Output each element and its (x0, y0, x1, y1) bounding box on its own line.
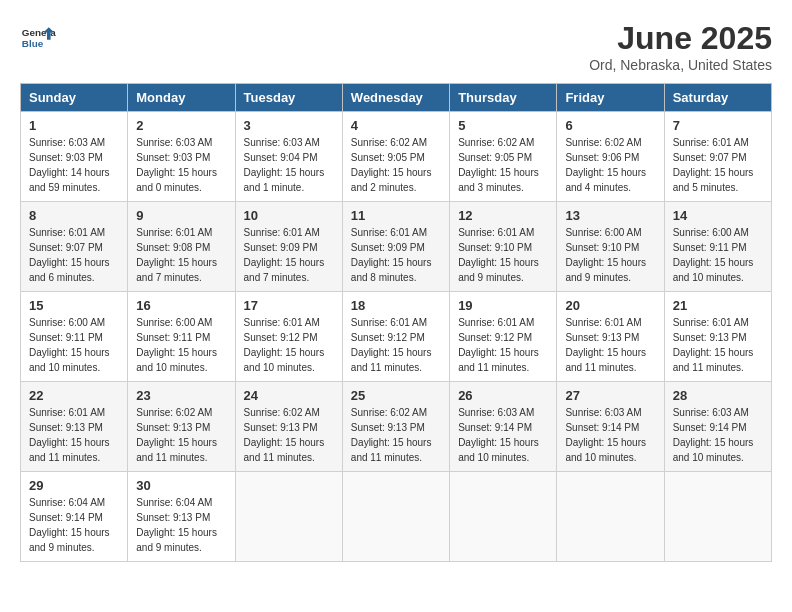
calendar-cell: 27 Sunrise: 6:03 AM Sunset: 9:14 PM Dayl… (557, 382, 664, 472)
calendar-row: 29 Sunrise: 6:04 AM Sunset: 9:14 PM Dayl… (21, 472, 772, 562)
day-number: 2 (136, 118, 226, 133)
calendar-row: 15 Sunrise: 6:00 AM Sunset: 9:11 PM Dayl… (21, 292, 772, 382)
day-info: Sunrise: 6:03 AM Sunset: 9:03 PM Dayligh… (136, 137, 217, 193)
day-number: 15 (29, 298, 119, 313)
day-info: Sunrise: 6:00 AM Sunset: 9:10 PM Dayligh… (565, 227, 646, 283)
day-number: 24 (244, 388, 334, 403)
month-title: June 2025 (589, 20, 772, 57)
day-info: Sunrise: 6:03 AM Sunset: 9:04 PM Dayligh… (244, 137, 325, 193)
day-number: 19 (458, 298, 548, 313)
day-number: 14 (673, 208, 763, 223)
day-number: 3 (244, 118, 334, 133)
day-info: Sunrise: 6:01 AM Sunset: 9:13 PM Dayligh… (565, 317, 646, 373)
calendar-cell: 28 Sunrise: 6:03 AM Sunset: 9:14 PM Dayl… (664, 382, 771, 472)
calendar-cell: 16 Sunrise: 6:00 AM Sunset: 9:11 PM Dayl… (128, 292, 235, 382)
col-saturday: Saturday (664, 84, 771, 112)
day-info: Sunrise: 6:01 AM Sunset: 9:07 PM Dayligh… (29, 227, 110, 283)
col-wednesday: Wednesday (342, 84, 449, 112)
day-info: Sunrise: 6:02 AM Sunset: 9:05 PM Dayligh… (458, 137, 539, 193)
calendar-table: Sunday Monday Tuesday Wednesday Thursday… (20, 83, 772, 562)
calendar-cell: 10 Sunrise: 6:01 AM Sunset: 9:09 PM Dayl… (235, 202, 342, 292)
day-info: Sunrise: 6:04 AM Sunset: 9:14 PM Dayligh… (29, 497, 110, 553)
logo: General Blue (20, 20, 56, 56)
day-number: 25 (351, 388, 441, 403)
calendar-cell: 7 Sunrise: 6:01 AM Sunset: 9:07 PM Dayli… (664, 112, 771, 202)
calendar-cell: 8 Sunrise: 6:01 AM Sunset: 9:07 PM Dayli… (21, 202, 128, 292)
day-info: Sunrise: 6:01 AM Sunset: 9:10 PM Dayligh… (458, 227, 539, 283)
calendar-cell: 2 Sunrise: 6:03 AM Sunset: 9:03 PM Dayli… (128, 112, 235, 202)
calendar-cell (664, 472, 771, 562)
day-number: 26 (458, 388, 548, 403)
day-info: Sunrise: 6:04 AM Sunset: 9:13 PM Dayligh… (136, 497, 217, 553)
calendar-cell: 11 Sunrise: 6:01 AM Sunset: 9:09 PM Dayl… (342, 202, 449, 292)
day-number: 7 (673, 118, 763, 133)
day-info: Sunrise: 6:01 AM Sunset: 9:09 PM Dayligh… (351, 227, 432, 283)
calendar-cell: 20 Sunrise: 6:01 AM Sunset: 9:13 PM Dayl… (557, 292, 664, 382)
day-info: Sunrise: 6:01 AM Sunset: 9:09 PM Dayligh… (244, 227, 325, 283)
day-number: 30 (136, 478, 226, 493)
day-info: Sunrise: 6:01 AM Sunset: 9:13 PM Dayligh… (673, 317, 754, 373)
day-info: Sunrise: 6:01 AM Sunset: 9:07 PM Dayligh… (673, 137, 754, 193)
col-sunday: Sunday (21, 84, 128, 112)
day-number: 8 (29, 208, 119, 223)
calendar-cell (342, 472, 449, 562)
day-info: Sunrise: 6:02 AM Sunset: 9:13 PM Dayligh… (136, 407, 217, 463)
day-number: 27 (565, 388, 655, 403)
calendar-row: 8 Sunrise: 6:01 AM Sunset: 9:07 PM Dayli… (21, 202, 772, 292)
day-info: Sunrise: 6:03 AM Sunset: 9:14 PM Dayligh… (565, 407, 646, 463)
svg-text:Blue: Blue (22, 38, 44, 49)
logo-icon: General Blue (20, 20, 56, 56)
location: Ord, Nebraska, United States (589, 57, 772, 73)
day-number: 6 (565, 118, 655, 133)
day-number: 18 (351, 298, 441, 313)
calendar-cell: 17 Sunrise: 6:01 AM Sunset: 9:12 PM Dayl… (235, 292, 342, 382)
day-number: 1 (29, 118, 119, 133)
calendar-cell: 21 Sunrise: 6:01 AM Sunset: 9:13 PM Dayl… (664, 292, 771, 382)
calendar-cell: 13 Sunrise: 6:00 AM Sunset: 9:10 PM Dayl… (557, 202, 664, 292)
calendar-cell: 23 Sunrise: 6:02 AM Sunset: 9:13 PM Dayl… (128, 382, 235, 472)
calendar-header-row: Sunday Monday Tuesday Wednesday Thursday… (21, 84, 772, 112)
day-info: Sunrise: 6:01 AM Sunset: 9:13 PM Dayligh… (29, 407, 110, 463)
calendar-cell: 15 Sunrise: 6:00 AM Sunset: 9:11 PM Dayl… (21, 292, 128, 382)
day-number: 11 (351, 208, 441, 223)
day-number: 13 (565, 208, 655, 223)
calendar-cell: 18 Sunrise: 6:01 AM Sunset: 9:12 PM Dayl… (342, 292, 449, 382)
calendar-cell: 25 Sunrise: 6:02 AM Sunset: 9:13 PM Dayl… (342, 382, 449, 472)
col-friday: Friday (557, 84, 664, 112)
col-thursday: Thursday (450, 84, 557, 112)
day-info: Sunrise: 6:01 AM Sunset: 9:12 PM Dayligh… (458, 317, 539, 373)
calendar-cell: 14 Sunrise: 6:00 AM Sunset: 9:11 PM Dayl… (664, 202, 771, 292)
calendar-cell (235, 472, 342, 562)
day-number: 20 (565, 298, 655, 313)
day-info: Sunrise: 6:00 AM Sunset: 9:11 PM Dayligh… (136, 317, 217, 373)
svg-text:General: General (22, 27, 56, 38)
calendar-cell: 5 Sunrise: 6:02 AM Sunset: 9:05 PM Dayli… (450, 112, 557, 202)
calendar-cell: 4 Sunrise: 6:02 AM Sunset: 9:05 PM Dayli… (342, 112, 449, 202)
day-number: 9 (136, 208, 226, 223)
day-number: 12 (458, 208, 548, 223)
day-info: Sunrise: 6:01 AM Sunset: 9:12 PM Dayligh… (351, 317, 432, 373)
day-number: 16 (136, 298, 226, 313)
calendar-cell: 22 Sunrise: 6:01 AM Sunset: 9:13 PM Dayl… (21, 382, 128, 472)
day-info: Sunrise: 6:02 AM Sunset: 9:06 PM Dayligh… (565, 137, 646, 193)
day-info: Sunrise: 6:00 AM Sunset: 9:11 PM Dayligh… (673, 227, 754, 283)
calendar-cell: 26 Sunrise: 6:03 AM Sunset: 9:14 PM Dayl… (450, 382, 557, 472)
day-info: Sunrise: 6:01 AM Sunset: 9:12 PM Dayligh… (244, 317, 325, 373)
day-info: Sunrise: 6:02 AM Sunset: 9:13 PM Dayligh… (244, 407, 325, 463)
calendar-cell: 1 Sunrise: 6:03 AM Sunset: 9:03 PM Dayli… (21, 112, 128, 202)
header: General Blue June 2025 Ord, Nebraska, Un… (20, 20, 772, 73)
calendar-cell (450, 472, 557, 562)
day-info: Sunrise: 6:02 AM Sunset: 9:13 PM Dayligh… (351, 407, 432, 463)
calendar-cell: 12 Sunrise: 6:01 AM Sunset: 9:10 PM Dayl… (450, 202, 557, 292)
day-info: Sunrise: 6:03 AM Sunset: 9:14 PM Dayligh… (458, 407, 539, 463)
calendar-cell: 9 Sunrise: 6:01 AM Sunset: 9:08 PM Dayli… (128, 202, 235, 292)
calendar-cell: 3 Sunrise: 6:03 AM Sunset: 9:04 PM Dayli… (235, 112, 342, 202)
day-number: 28 (673, 388, 763, 403)
day-number: 22 (29, 388, 119, 403)
calendar-cell: 29 Sunrise: 6:04 AM Sunset: 9:14 PM Dayl… (21, 472, 128, 562)
day-number: 5 (458, 118, 548, 133)
day-number: 29 (29, 478, 119, 493)
day-info: Sunrise: 6:03 AM Sunset: 9:14 PM Dayligh… (673, 407, 754, 463)
day-info: Sunrise: 6:02 AM Sunset: 9:05 PM Dayligh… (351, 137, 432, 193)
day-number: 4 (351, 118, 441, 133)
